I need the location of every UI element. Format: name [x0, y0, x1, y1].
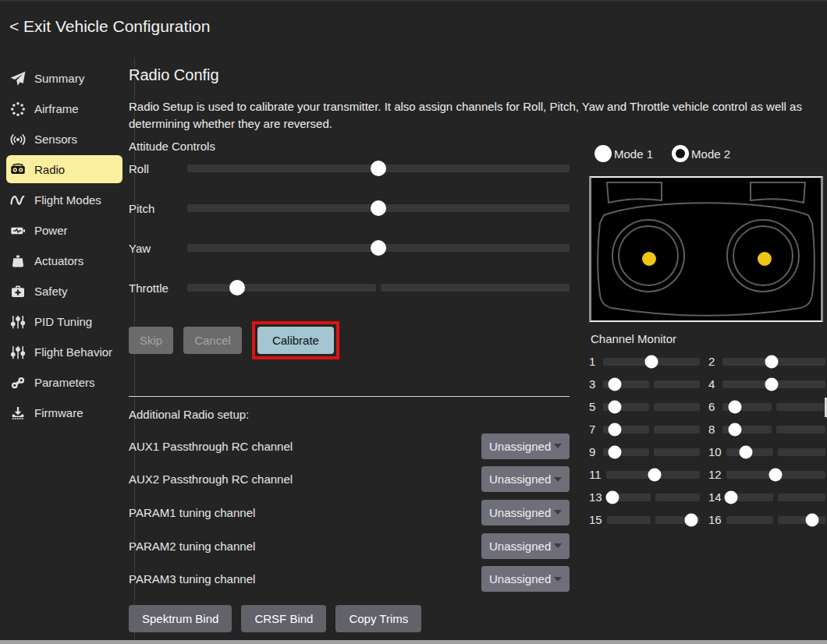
setup-row-param3: PARAM3 tuning channelUnassigned	[129, 562, 570, 596]
channel-dropdown[interactable]: Unassigned	[481, 466, 570, 492]
left-stick-dot	[642, 252, 656, 266]
sidebar-item-safety[interactable]: Safety	[0, 276, 134, 306]
channel-row-9: 9	[589, 441, 700, 463]
channel-dropdown[interactable]: Unassigned	[481, 566, 570, 592]
additional-radio-setup-rows: AUX1 Passthrough RC channelUnassignedAUX…	[129, 430, 570, 596]
sidebar-item-power[interactable]: Power	[0, 215, 134, 246]
page-title: Radio Config	[129, 66, 219, 84]
exit-vehicle-configuration-link[interactable]: < Exit Vehicle Configuration	[9, 17, 210, 36]
sidebar-item-actuators[interactable]: Actuators	[0, 246, 134, 276]
sidebar-item-firmware[interactable]: Firmware	[0, 398, 134, 428]
attitude-row-pitch: Pitch	[129, 200, 570, 216]
cancel-button[interactable]: Cancel	[183, 327, 242, 354]
channel-number: 16	[708, 513, 722, 526]
flight-modes-icon	[10, 193, 26, 208]
attitude-label: Throttle	[129, 281, 187, 295]
channel-number: 1	[589, 355, 598, 368]
sidebar-item-label: Firmware	[34, 406, 83, 419]
slider-thumb	[608, 423, 621, 436]
channel-row-8: 8	[708, 418, 825, 441]
slider	[603, 377, 700, 392]
slider-track	[654, 358, 700, 366]
slider	[722, 377, 825, 392]
mode-2-radio[interactable]: Mode 2	[672, 145, 730, 162]
slider-track	[776, 358, 825, 366]
attitude-row-yaw: Yaw	[129, 240, 570, 256]
channel-row-12: 12	[708, 463, 825, 486]
slider-track	[776, 380, 825, 388]
channel-row-3: 3	[589, 373, 700, 395]
channel-number: 7	[589, 423, 598, 436]
sidebar-item-flight-modes[interactable]: Flight Modes	[0, 185, 134, 215]
slider-thumb	[769, 468, 783, 481]
setup-row-label: PARAM3 tuning channel	[129, 572, 255, 586]
channel-dropdown[interactable]: Unassigned	[481, 533, 570, 559]
firmware-icon	[10, 405, 26, 421]
skip-button[interactable]: Skip	[129, 327, 173, 354]
slider	[187, 280, 570, 295]
slider-thumb	[605, 490, 619, 504]
channel-number: 2	[708, 355, 718, 368]
channel-number: 14	[708, 490, 722, 504]
slider-thumb	[608, 400, 621, 413]
setup-row-aux1: AUX1 Passthrough RC channelUnassigned	[129, 430, 570, 463]
crsf-bind-button[interactable]: CRSF Bind	[241, 605, 326, 632]
channel-row-4: 4	[708, 373, 825, 395]
slider-track	[722, 380, 772, 388]
calibrate-button[interactable]: Calibrate	[257, 327, 334, 354]
sidebar-item-flight-behavior[interactable]: Flight Behavior	[0, 337, 134, 367]
channel-number: 5	[589, 400, 598, 413]
vehicle-setup-window: < Exit Vehicle Configuration SummaryAirf…	[0, 0, 827, 644]
setup-row-label: AUX2 Passthrough RC channel	[129, 472, 293, 486]
channel-row-5: 5	[589, 395, 700, 418]
sidebar-item-radio[interactable]: Radio	[6, 155, 122, 183]
slider	[607, 490, 700, 505]
channel-dropdown[interactable]: Unassigned	[481, 433, 570, 459]
sidebar-item-label: Power	[34, 224, 68, 237]
slider-thumb	[685, 513, 698, 526]
slider-thumb	[806, 513, 819, 526]
sidebar-item-pid-tuning[interactable]: PID Tuning	[0, 306, 134, 337]
section-divider	[129, 396, 570, 397]
additional-radio-setup-heading: Additional Radio setup:	[129, 408, 249, 421]
slider	[606, 467, 700, 483]
slider	[726, 490, 825, 505]
sidebar-item-summary[interactable]: Summary	[0, 63, 134, 94]
attitude-controls-heading: Attitude Controls	[129, 140, 215, 153]
channel-number: 8	[708, 423, 718, 436]
slider-track	[726, 516, 774, 524]
sidebar-item-label: Safety	[34, 285, 68, 298]
radio-icon	[10, 161, 26, 177]
slider-thumb	[725, 490, 738, 504]
sidebar-item-label: Flight Modes	[34, 193, 101, 207]
channel-number: 12	[708, 468, 722, 481]
channel-monitor-heading: Channel Monitor	[591, 332, 676, 345]
channel-number: 4	[708, 377, 718, 391]
first-aid-icon	[10, 284, 26, 299]
channel-row-14: 14	[708, 486, 825, 508]
battery-icon	[10, 223, 26, 239]
setup-row-label: PARAM1 tuning channel	[129, 506, 255, 519]
chevron-down-icon	[554, 510, 562, 515]
radio-button-circle	[595, 145, 612, 162]
transmitter-right-switch-outline	[751, 182, 805, 203]
calibrate-highlight-box: Calibrate	[252, 321, 339, 359]
channel-dropdown[interactable]: Unassigned	[481, 500, 570, 525]
slider-track	[187, 284, 376, 292]
dropdown-value: Unassigned	[489, 506, 551, 519]
setup-row-param2: PARAM2 tuning channelUnassigned	[129, 529, 570, 563]
transmitter-body-outline	[598, 203, 815, 316]
spektrum-bind-button[interactable]: Spektrum Bind	[129, 605, 232, 632]
channel-row-6: 6	[708, 395, 825, 418]
dropdown-value: Unassigned	[489, 540, 551, 553]
channel-row-11: 11	[589, 463, 700, 486]
setup-row-label: AUX1 Passthrough RC channel	[129, 440, 293, 453]
sidebar-item-airframe[interactable]: Airframe	[0, 94, 134, 124]
sidebar-item-sensors[interactable]: Sensors	[0, 124, 134, 154]
mode-1-radio[interactable]: Mode 1	[595, 145, 653, 162]
radio-button-circle	[672, 145, 689, 162]
slider	[603, 354, 700, 370]
sidebar-item-parameters[interactable]: Parameters	[0, 367, 134, 398]
channel-number: 9	[589, 445, 598, 458]
copy-trims-button[interactable]: Copy Trims	[335, 605, 421, 632]
